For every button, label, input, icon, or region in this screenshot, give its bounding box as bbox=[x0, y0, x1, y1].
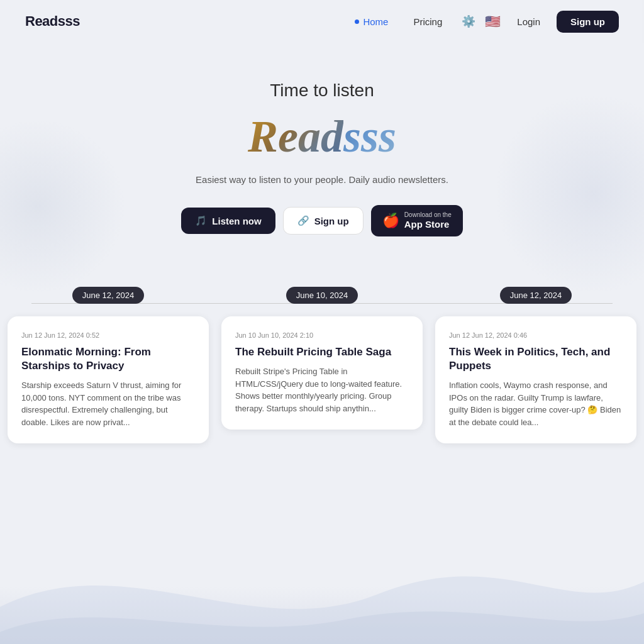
hero-subtitle: Time to listen bbox=[270, 80, 374, 101]
cards-timeline: June 12, 2024 Jun 12 Jun 12, 2024 0:52 E… bbox=[0, 287, 644, 443]
external-link-icon: 🔗 bbox=[297, 215, 309, 226]
site-logo[interactable]: Readsss bbox=[25, 13, 80, 30]
music-icon: 🎵 bbox=[195, 215, 207, 226]
nav-pricing[interactable]: Pricing bbox=[403, 11, 452, 32]
date-badge-1: June 12, 2024 bbox=[72, 287, 144, 304]
card-col-3: June 12, 2024 Jun 12 Jun 12, 2024 0:46 T… bbox=[429, 287, 643, 443]
nav-home[interactable]: Home bbox=[345, 11, 398, 32]
card-title-3: This Week in Politics, Tech, and Puppets bbox=[449, 345, 623, 373]
article-card-2[interactable]: Jun 10 Jun 10, 2024 2:10 The Rebuilt Pri… bbox=[221, 316, 423, 430]
page-bottom bbox=[0, 481, 644, 644]
card-meta-1: Jun 12 Jun 12, 2024 0:52 bbox=[21, 331, 195, 339]
apple-icon: 🍎 bbox=[382, 213, 399, 229]
card-body-1: Starship exceeds Saturn V thrust, aiming… bbox=[21, 379, 195, 428]
hero-tagline: Easiest way to listen to your people. Da… bbox=[196, 174, 448, 185]
hero-section: Time to listen Readsss Easiest way to li… bbox=[0, 43, 644, 262]
hero-logo-sss: sss bbox=[343, 111, 396, 162]
article-card-3[interactable]: Jun 12 Jun 12, 2024 0:46 This Week in Po… bbox=[435, 316, 636, 443]
signup-button-nav[interactable]: Sign up bbox=[557, 11, 619, 33]
card-body-3: Inflation cools, Waymo crash response, a… bbox=[449, 379, 623, 428]
home-active-dot bbox=[355, 19, 359, 24]
card-title-2: The Rebuilt Pricing Table Saga bbox=[235, 345, 409, 359]
listen-now-button[interactable]: 🎵 Listen now bbox=[181, 208, 275, 234]
signup-button-hero[interactable]: 🔗 Sign up bbox=[283, 207, 364, 235]
card-col-2: June 10, 2024 Jun 10 Jun 10, 2024 2:10 T… bbox=[215, 287, 429, 443]
date-badge-2: June 10, 2024 bbox=[286, 287, 358, 304]
card-col-1: June 12, 2024 Jun 12 Jun 12, 2024 0:52 E… bbox=[1, 287, 215, 443]
card-meta-2: Jun 10 Jun 10, 2024 2:10 bbox=[235, 331, 409, 339]
card-meta-3: Jun 12 Jun 12, 2024 0:46 bbox=[449, 331, 623, 339]
login-button[interactable]: Login bbox=[506, 11, 552, 32]
article-card-1[interactable]: Jun 12 Jun 12, 2024 0:52 Elonmatic Morni… bbox=[8, 316, 209, 443]
bottom-wave-svg bbox=[0, 481, 644, 644]
settings-icon[interactable]: ⚙️ bbox=[457, 10, 480, 33]
language-flag[interactable]: 🇺🇸 bbox=[485, 14, 501, 29]
app-store-button[interactable]: 🍎 Download on the App Store bbox=[371, 205, 463, 236]
hero-buttons: 🎵 Listen now 🔗 Sign up 🍎 Download on the… bbox=[181, 205, 462, 236]
nav-links: Home Pricing ⚙️ 🇺🇸 Login Sign up bbox=[345, 10, 619, 33]
hero-logo-big: Readsss bbox=[248, 113, 396, 159]
date-badge-3: June 12, 2024 bbox=[500, 287, 572, 304]
cards-section: June 12, 2024 Jun 12 Jun 12, 2024 0:52 E… bbox=[0, 262, 644, 481]
card-title-1: Elonmatic Morning: From Starships to Pri… bbox=[21, 345, 195, 373]
card-body-2: Rebuilt Stripe's Pricing Table in HTML/C… bbox=[235, 365, 409, 414]
navbar: Readsss Home Pricing ⚙️ 🇺🇸 Login Sign up bbox=[0, 0, 644, 43]
hero-logo-read: Read bbox=[248, 111, 343, 162]
